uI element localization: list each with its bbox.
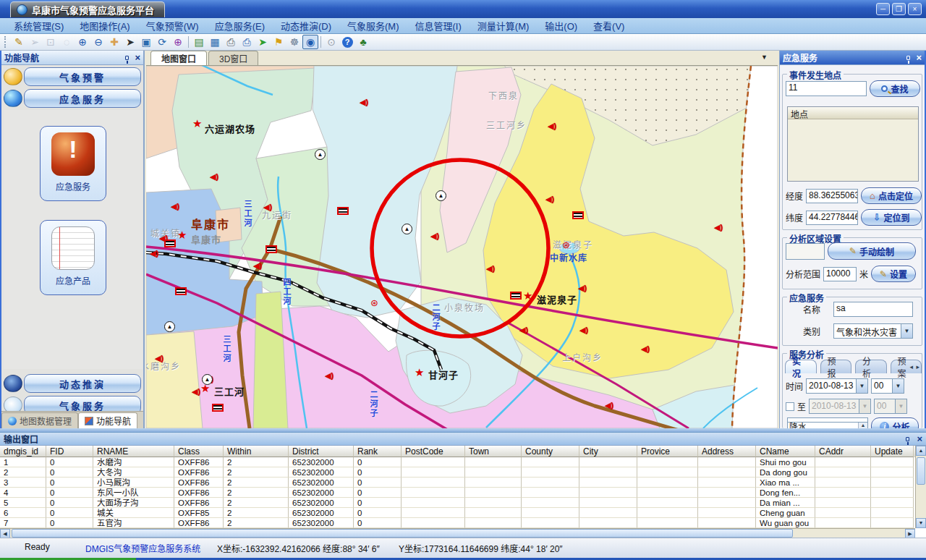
table-row[interactable]: 30小马厩沟OXFF8626523020000Xiao ma ...	[0, 478, 915, 488]
accordion-item[interactable]: 应急服务	[4, 88, 141, 109]
chevron-down-icon[interactable]: ▼	[761, 54, 768, 61]
zoom-scale-icon[interactable]: ⊕	[170, 35, 186, 49]
table-header-cell[interactable]: PostCode	[402, 446, 465, 457]
pin-icon[interactable]	[906, 56, 910, 60]
table-header-cell[interactable]: District	[289, 446, 354, 457]
menu-item[interactable]: 输出(O)	[537, 19, 585, 33]
print-color-icon[interactable]: ⎙	[239, 35, 255, 49]
globe-icon[interactable]: ◉	[302, 35, 318, 49]
menu-item[interactable]: 地图操作(A)	[72, 19, 137, 33]
module-button[interactable]: 应急服务	[40, 126, 106, 201]
menu-item[interactable]: 系统管理(S)	[6, 19, 72, 33]
pointer-icon[interactable]: ➤	[122, 35, 138, 49]
print-icon[interactable]: ⎙	[223, 35, 239, 49]
search-button[interactable]: 查找	[870, 80, 920, 97]
service-category-select[interactable]: 气象和洪水灾害 ▼	[833, 323, 913, 339]
pin-icon[interactable]	[906, 437, 909, 441]
menu-item[interactable]: 气象预警(W)	[138, 19, 207, 33]
table-header-cell[interactable]: RNAME	[93, 446, 174, 457]
pin-icon[interactable]	[125, 56, 129, 60]
table-header-cell[interactable]: Provice	[637, 446, 698, 457]
close-icon[interactable]: ×	[135, 54, 140, 62]
left-panel-tab[interactable]: 功能导航	[78, 412, 137, 428]
visibility-icon[interactable]: ⊙	[323, 35, 339, 49]
service-name-input[interactable]: sa	[833, 302, 913, 317]
table-header-cell[interactable]: CName	[756, 446, 815, 457]
pan-icon[interactable]: ✚	[106, 35, 122, 49]
manual-draw-button[interactable]: ✎ 手动绘制	[828, 242, 916, 260]
locate-by-click-button[interactable]: ⌂ 点击定位	[861, 187, 922, 204]
to-date-checkbox[interactable]	[786, 402, 794, 411]
legend-icon[interactable]: ♣	[355, 35, 371, 49]
table-row[interactable]: 20大冬沟OXFF8626523020000Da dong gou	[0, 467, 915, 478]
table-row[interactable]: 10水磨沟OXFF8626523020000Shui mo gou	[0, 457, 915, 467]
place-marker-icon[interactable]: ⚑	[271, 35, 286, 49]
menu-item[interactable]: 应急服务(E)	[207, 19, 273, 33]
tab-scroll-arrows[interactable]: ◂ ▸	[909, 363, 920, 370]
table-header-cell[interactable]: CAddr	[815, 446, 871, 457]
left-panel-tab[interactable]: 地图数据管理	[1, 412, 78, 428]
toolbar-grip[interactable]	[4, 36, 8, 48]
zoom-in-icon[interactable]: ⊕	[75, 35, 90, 49]
select-arrow-icon[interactable]: ➢	[27, 35, 43, 49]
layers-icon[interactable]: ▤	[191, 35, 207, 49]
chevron-down-icon[interactable]: ▼	[892, 379, 904, 393]
date-select[interactable]: 2010-08-13 ▼	[806, 378, 868, 394]
menu-item[interactable]: 信息管理(I)	[407, 19, 470, 33]
help-icon-toolbar[interactable]: ?	[339, 35, 355, 49]
menu-item[interactable]: 动态推演(D)	[273, 19, 339, 33]
close-icon[interactable]: ×	[916, 54, 922, 62]
close-icon[interactable]: ×	[917, 435, 922, 444]
map-tab[interactable]: 3D窗口	[208, 51, 258, 65]
refresh-icon[interactable]: ⟳	[154, 35, 170, 49]
longitude-input[interactable]: 88.36255063	[806, 189, 858, 203]
minimize-button[interactable]: ─	[876, 3, 890, 15]
latitude-input[interactable]: 44.22778446	[806, 211, 858, 225]
table-row[interactable]: 70五官沟OXFF8626523020000Wu guan gou	[0, 518, 915, 528]
event-location-input[interactable]: 11	[786, 81, 867, 96]
table-row[interactable]: 40东风一小队OXFF8626523020000Dong fen...	[0, 488, 915, 498]
hour-select[interactable]: 00 ▼	[871, 378, 904, 394]
maximize-button[interactable]: ❐	[892, 3, 906, 15]
map-tab[interactable]: 地图窗口	[150, 51, 207, 65]
analysis-tab[interactable]: 预报	[820, 360, 852, 373]
map-canvas[interactable]: 六运湖农场三工河乡下西泉九运街阜康市城关镇阜康市滋泥泉子中新水库滋泥泉子小泉牧场…	[146, 66, 778, 428]
table-header-cell[interactable]: Class	[174, 446, 224, 457]
green-pointer-icon[interactable]: ➤	[255, 35, 271, 49]
locate-to-button[interactable]: ⇩ 定位到	[861, 209, 922, 226]
table-header-cell[interactable]: Address	[698, 446, 756, 457]
table-header-cell[interactable]: Update	[871, 446, 914, 457]
table-horizontal-scrollbar[interactable]: ◀ ▶	[0, 528, 915, 538]
table-header-cell[interactable]: Town	[465, 446, 522, 457]
menu-item[interactable]: 查看(V)	[585, 19, 632, 33]
close-button[interactable]: ×	[908, 3, 922, 15]
settings-gear-icon[interactable]: ☸	[286, 35, 302, 49]
table-vertical-scrollbar[interactable]: ▲ ▼	[915, 446, 926, 528]
hour-to-select[interactable]: 00 ▼	[874, 399, 907, 414]
analysis-tab[interactable]: 分析	[855, 360, 887, 373]
accordion-item[interactable]: 气象预警	[4, 67, 141, 87]
table-header-cell[interactable]: Within	[224, 446, 289, 457]
full-extent-icon[interactable]: ▣	[138, 35, 154, 49]
chevron-down-icon[interactable]: ▼	[856, 379, 867, 393]
table-header-cell[interactable]: City	[579, 446, 637, 457]
menu-item[interactable]: 测量计算(M)	[470, 19, 538, 33]
set-range-button[interactable]: ✎ 设置	[871, 266, 916, 282]
select-marquee-icon[interactable]: ⊡	[43, 35, 59, 49]
table-header-cell[interactable]: dmgis_id	[0, 446, 46, 457]
export-image-icon[interactable]: ▦	[207, 35, 223, 49]
zoom-out-icon[interactable]: ⊖	[90, 35, 106, 49]
chevron-down-icon[interactable]: ▼	[901, 324, 912, 338]
measure-icon[interactable]: ✎	[11, 35, 27, 49]
location-list[interactable]: 地点	[787, 106, 919, 182]
menu-item[interactable]: 气象服务(M)	[339, 19, 407, 33]
table-header-cell[interactable]: County	[522, 446, 579, 457]
module-button[interactable]: 应急产品	[40, 220, 106, 295]
range-input[interactable]: 10000	[823, 267, 857, 281]
accordion-item[interactable]: 动态推演	[4, 373, 141, 394]
analysis-tab[interactable]: 实况	[785, 360, 817, 373]
table-row[interactable]: 60城关OXFF8526523020000Cheng guan	[0, 508, 915, 518]
table-header-cell[interactable]: Rank	[354, 446, 402, 457]
table-row[interactable]: 50大面场子沟OXFF8626523020000Da mian ...	[0, 498, 915, 508]
table-header-cell[interactable]: FID	[46, 446, 93, 457]
